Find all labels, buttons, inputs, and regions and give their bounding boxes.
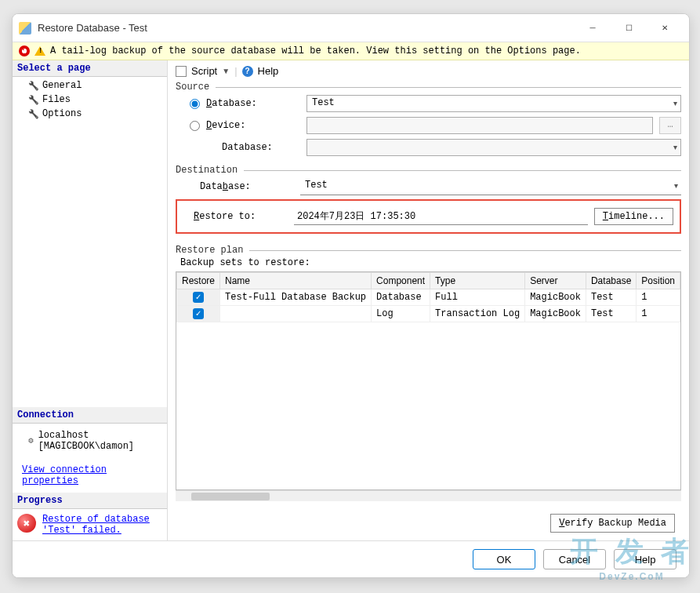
- dialog-body: Select a page General Files Options Conn…: [13, 60, 689, 540]
- help-button[interactable]: Help: [258, 65, 279, 77]
- backup-sets-grid[interactable]: Restore Name Component Type Server Datab…: [176, 271, 681, 490]
- source-device-row: Device: …: [176, 115, 681, 136]
- col-position[interactable]: Position: [637, 273, 680, 289]
- chevron-down-icon: ▾: [674, 181, 678, 191]
- chevron-down-icon: ▾: [673, 99, 677, 108]
- destination-database-combo[interactable]: Test ▾: [300, 178, 681, 195]
- restore-database-dialog: Restore Database - Test ─ ☐ ✕ A tail-log…: [12, 13, 690, 578]
- view-connection-properties-link[interactable]: View connection properties: [17, 461, 162, 489]
- server-icon: [28, 435, 34, 446]
- restore-to-value: 2024年7月23日 17:35:30: [294, 208, 588, 225]
- destination-database-row: Database: Test ▾: [176, 176, 681, 198]
- restore-checkbox[interactable]: ✓: [193, 292, 204, 303]
- restore-plan-group: Restore plan Backup sets to restore: Res…: [176, 245, 681, 501]
- source-legend: Source: [176, 82, 209, 93]
- source-device-label: evice:: [212, 120, 245, 131]
- horizontal-scrollbar[interactable]: [176, 490, 681, 501]
- connection-server-row: localhost [MAGICBOOK\damon]: [17, 427, 162, 461]
- verify-backup-media-button[interactable]: Verify Backup Media: [550, 514, 675, 533]
- ok-button[interactable]: OK: [473, 549, 535, 569]
- chevron-down-icon: ▾: [673, 143, 677, 152]
- connection-body: localhost [MAGICBOOK\damon] View connect…: [13, 424, 167, 493]
- progress-message-link[interactable]: Restore of database'Test' failed.: [42, 514, 150, 536]
- error-icon: [19, 45, 30, 56]
- warning-icon: [34, 46, 45, 56]
- verify-row: Verify Backup Media: [176, 508, 681, 533]
- sidebar-item-label: Options: [42, 108, 82, 119]
- sidebar-lower: Connection localhost [MAGICBOOK\damon] V…: [13, 407, 167, 540]
- cancel-button[interactable]: Cancel: [543, 549, 606, 569]
- warning-text: A tail-log backup of the source database…: [50, 45, 581, 56]
- timeline-button[interactable]: Timeline...: [594, 208, 673, 225]
- script-button[interactable]: Script: [191, 65, 217, 77]
- source-database-row: Database: Test ▾: [176, 93, 681, 115]
- sidebar-item-general[interactable]: General: [13, 78, 167, 93]
- error-large-icon: ✖: [17, 514, 36, 533]
- source-device-database-label: Database:: [222, 142, 273, 153]
- col-restore[interactable]: Restore: [177, 273, 220, 289]
- wrench-icon: [28, 81, 38, 90]
- source-group: Source Database: Test ▾ Device: …: [176, 82, 681, 158]
- progress-header: Progress: [13, 493, 167, 509]
- warning-bar: A tail-log backup of the source database…: [13, 42, 689, 60]
- titlebar: Restore Database - Test ─ ☐ ✕: [13, 14, 689, 42]
- source-device-field: [306, 117, 653, 134]
- sidebar-item-label: Files: [42, 94, 71, 105]
- source-database-radio[interactable]: [190, 99, 200, 109]
- wrench-icon: [28, 109, 38, 118]
- table-row[interactable]: ✓ Test-Full Database Backup Database Ful…: [177, 289, 682, 306]
- restore-to-highlight: Restore to: 2024年7月23日 17:35:30 Timeline…: [176, 199, 681, 234]
- table-row[interactable]: ✓ Log Transaction Log MagicBook Test 1 3…: [177, 306, 682, 322]
- col-database[interactable]: Database: [586, 273, 636, 289]
- source-database-value: Test: [312, 97, 335, 108]
- window-controls: ─ ☐ ✕: [575, 16, 683, 41]
- destination-database-value: Test: [305, 180, 328, 191]
- window-title: Restore Database - Test: [38, 22, 575, 34]
- progress-text: Restore of database'Test' failed.: [42, 514, 150, 536]
- restore-plan-legend: Restore plan: [176, 245, 243, 256]
- col-first-lsn[interactable]: First LSN: [680, 273, 681, 289]
- close-button[interactable]: ✕: [647, 16, 683, 41]
- sidebar-item-options[interactable]: Options: [13, 107, 167, 121]
- app-icon: [19, 22, 31, 35]
- wrench-icon: [28, 95, 38, 104]
- restore-to-row: Restore to: 2024年7月23日 17:35:30 Timeline…: [183, 206, 673, 227]
- sidebar-item-files[interactable]: Files: [13, 93, 167, 107]
- progress-body: ✖ Restore of database'Test' failed.: [13, 509, 167, 540]
- minimize-button[interactable]: ─: [575, 16, 611, 41]
- browse-device-button[interactable]: …: [659, 117, 681, 134]
- backup-sets-label: Backup sets to restore:: [176, 256, 681, 271]
- source-database-combo[interactable]: Test ▾: [306, 95, 681, 112]
- col-component[interactable]: Component: [372, 273, 430, 289]
- connection-header: Connection: [13, 407, 167, 424]
- script-dropdown-icon[interactable]: ▼: [222, 67, 230, 75]
- main-panel: Script ▼ | ? Help Source Database: Test …: [168, 60, 689, 540]
- help-button[interactable]: Help: [614, 549, 676, 569]
- source-device-radio[interactable]: [190, 121, 200, 131]
- script-icon: [176, 66, 187, 77]
- restore-checkbox[interactable]: ✓: [193, 308, 204, 319]
- help-icon: ?: [242, 66, 253, 77]
- sidebar-items: General Files Options: [13, 77, 167, 122]
- col-name[interactable]: Name: [220, 273, 372, 289]
- sidebar-header: Select a page: [13, 60, 167, 77]
- sidebar-item-label: General: [42, 80, 82, 91]
- source-device-database-combo: ▾: [306, 139, 681, 156]
- sidebar: Select a page General Files Options Conn…: [13, 60, 168, 540]
- maximize-button[interactable]: ☐: [611, 16, 647, 41]
- destination-group: Destination Database: Test ▾ Restore to:…: [176, 165, 681, 238]
- col-server[interactable]: Server: [525, 273, 586, 289]
- dialog-footer: OK Cancel Help: [13, 540, 689, 577]
- destination-legend: Destination: [176, 165, 238, 176]
- connection-server: localhost [MAGICBOOK\damon]: [38, 430, 162, 452]
- toolbar: Script ▼ | ? Help: [176, 64, 681, 82]
- col-type[interactable]: Type: [430, 273, 525, 289]
- source-database-label: atabase:: [212, 98, 257, 109]
- source-device-database-row: Database: ▾: [176, 136, 681, 158]
